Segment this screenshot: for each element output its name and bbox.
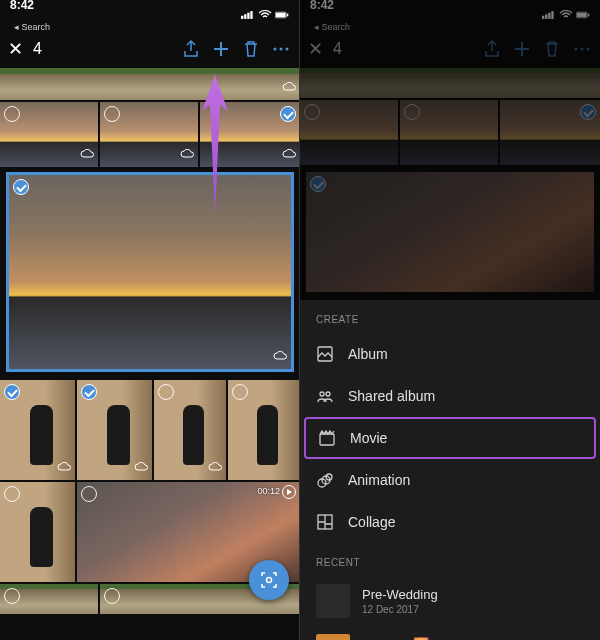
section-recent-header: RECENT [300,543,600,576]
status-time: 8:42 [10,0,50,12]
selection-count: 4 [33,40,42,58]
create-sheet: CREATE Album Shared album Movie Animatio… [300,300,600,640]
select-ring[interactable] [104,106,120,122]
back-to-search[interactable]: ◂ Search [14,22,50,32]
menu-animation[interactable]: Animation [300,459,600,501]
menu-shared-album[interactable]: Shared album [300,375,600,417]
recent-item[interactable]: Khanvel 🌅14–16 Jul · Shared [300,626,600,640]
menu-movie[interactable]: Movie [304,417,596,459]
more-icon[interactable] [271,39,291,59]
cloud-icon [208,458,222,476]
collage-icon [316,513,334,531]
svg-point-23 [326,392,330,396]
recent-title: Pre-Wedding [362,587,438,602]
photo-thumb[interactable] [77,380,152,480]
svg-point-8 [280,48,283,51]
photo-thumb[interactable] [0,584,98,614]
lens-fab[interactable] [249,560,289,600]
cloud-icon [273,347,287,365]
select-ring-checked[interactable] [280,106,296,122]
photo-thumb[interactable] [200,102,300,167]
select-ring[interactable] [81,486,97,502]
select-ring[interactable] [158,384,174,400]
share-icon[interactable] [181,39,201,59]
status-indicators [241,10,289,20]
photo-thumb[interactable] [0,482,75,582]
svg-rect-6 [287,14,288,17]
menu-label: Shared album [348,388,435,404]
movie-icon [318,429,336,447]
cloud-icon [80,145,94,163]
cloud-icon [180,145,194,163]
recent-subtitle: 12 Dec 2017 [362,604,438,615]
photo-thumb[interactable] [154,380,226,480]
album-icon [316,345,334,363]
menu-label: Movie [350,430,387,446]
panel-left: 8:42 ◂ Search ✕ 4 [0,0,300,640]
status-bar: 8:42 ◂ Search [0,0,299,30]
photo-thumb[interactable] [0,68,300,100]
svg-rect-1 [244,14,246,19]
select-ring[interactable] [232,384,248,400]
trash-icon[interactable] [241,39,261,59]
menu-album[interactable]: Album [300,333,600,375]
select-ring-checked[interactable] [4,384,20,400]
panel-right: 8:42 ◂ Search ✕ 4 CREATE Album [300,0,600,640]
svg-point-10 [267,578,272,583]
add-icon[interactable] [211,39,231,59]
cloud-icon [134,458,148,476]
svg-rect-0 [241,16,243,19]
select-ring[interactable] [104,588,120,604]
select-ring[interactable] [4,486,20,502]
play-icon [282,485,296,499]
svg-point-22 [320,392,324,396]
recent-item[interactable]: Pre-Wedding12 Dec 2017 [300,576,600,626]
video-duration: 00:12 [257,486,280,496]
svg-rect-5 [276,13,286,17]
svg-rect-2 [247,13,249,19]
section-create-header: CREATE [300,300,600,333]
select-ring-checked[interactable] [13,179,29,195]
menu-collage[interactable]: Collage [300,501,600,543]
cloud-icon [282,78,296,96]
svg-point-9 [286,48,289,51]
menu-label: Album [348,346,388,362]
photo-thumb[interactable] [228,380,300,480]
cloud-icon [57,458,71,476]
selection-toolbar: ✕ 4 [0,30,299,68]
recent-thumb [316,634,350,640]
recent-thumb [316,584,350,618]
photo-thumb[interactable] [0,102,98,167]
select-ring[interactable] [4,588,20,604]
svg-point-7 [274,48,277,51]
menu-label: Animation [348,472,410,488]
photo-thumb-selected[interactable] [6,172,294,372]
photo-thumb[interactable] [100,102,198,167]
svg-rect-3 [250,11,252,19]
select-ring[interactable] [4,106,20,122]
shared-album-icon [316,387,334,405]
animation-icon [316,471,334,489]
svg-rect-24 [320,434,334,445]
menu-label: Collage [348,514,395,530]
close-selection-button[interactable]: ✕ [8,38,23,60]
select-ring-checked[interactable] [81,384,97,400]
photo-thumb[interactable] [0,380,75,480]
cloud-icon [282,145,296,163]
